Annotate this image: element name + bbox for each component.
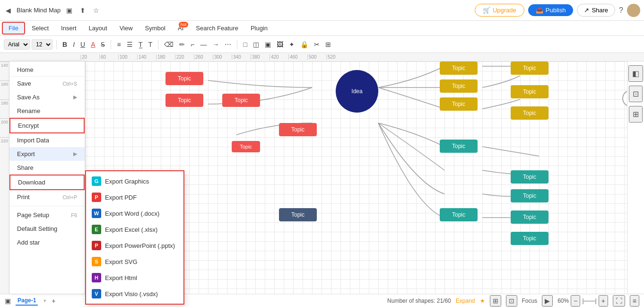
arrow-style-button[interactable]: → (210, 40, 221, 49)
font-size-select[interactable]: 12 (32, 39, 52, 50)
topic-red-4[interactable]: Topic (279, 123, 317, 136)
export-ppt[interactable]: P Export PowerPoint (.pptx) (86, 237, 183, 254)
menu-default-setting[interactable]: Default Setting (9, 222, 85, 236)
export-word[interactable]: W Export Word (.docx) (86, 205, 183, 221)
italic-button[interactable]: I (71, 40, 77, 49)
underline-button[interactable]: U (78, 40, 87, 49)
topic-yellow-6[interactable]: Topic (511, 106, 548, 120)
page-layout-icon[interactable]: ▣ (5, 297, 11, 305)
topic-red-2[interactable]: Topic (165, 94, 203, 107)
topic-red-1[interactable]: Topic (165, 72, 203, 85)
focus-icon[interactable]: ⊡ (506, 295, 517, 307)
align-justify-button[interactable]: ☰ (125, 40, 135, 49)
layer-icon[interactable]: ⊡ (629, 86, 643, 102)
menu-view[interactable]: View (114, 23, 139, 34)
eraser-button[interactable]: ⌫ (162, 40, 175, 49)
topic-yellow-5[interactable]: Topic (511, 85, 548, 98)
v-ruler-mark: 180 (0, 99, 9, 118)
topic-teal-2[interactable]: Topic (440, 208, 478, 221)
share-doc-icon[interactable]: ⬆ (78, 6, 87, 15)
topic-yellow-2[interactable]: Topic (440, 79, 478, 93)
dashes-button[interactable]: ⋯ (223, 40, 233, 49)
play-icon[interactable]: ▶ (542, 295, 553, 307)
menu-page-setup[interactable]: Page Setup F6 (9, 208, 85, 222)
topbar: ◀ Blank Mind Map ▣ ⬆ ☆ 🛒 Upgrade 📤 Publi… (0, 0, 644, 21)
topic-blue-1[interactable]: Topic (279, 208, 317, 221)
menu-encrypt[interactable]: Encrypt (9, 118, 85, 133)
menu-share[interactable]: Share (9, 161, 85, 175)
fullscreen-button[interactable]: ⛶ (613, 295, 625, 307)
bold-button[interactable]: B (61, 40, 69, 49)
menu-save-as[interactable]: Save As ▶ (9, 90, 85, 104)
menu-insert[interactable]: Insert (55, 23, 82, 34)
menu-search-feature[interactable]: Search Feature (190, 23, 244, 34)
pin-icon[interactable]: ▣ (64, 6, 74, 15)
menu-add-star[interactable]: Add star (9, 236, 85, 249)
menu-layout[interactable]: Layout (83, 23, 113, 34)
idea-node[interactable]: Idea (336, 70, 378, 113)
font-family-select[interactable]: Arial (4, 39, 30, 50)
add-page-button[interactable]: + (52, 297, 55, 305)
more-options-button[interactable]: ≡ (630, 295, 639, 307)
shape2-button[interactable]: ◫ (251, 40, 261, 49)
shape-button[interactable]: □ (241, 40, 249, 49)
avatar[interactable] (627, 4, 640, 17)
file-menu-home[interactable]: Home (9, 63, 85, 77)
export-svg[interactable]: S Export SVG (86, 254, 183, 270)
container-button[interactable]: ▣ (263, 40, 273, 49)
menu-export[interactable]: Export ▶ (9, 147, 85, 161)
menu-symbol[interactable]: Symbol (139, 23, 171, 34)
menu-file[interactable]: File ▶ (2, 22, 25, 35)
table-button[interactable]: ⊞ (323, 40, 333, 49)
zoom-in-button[interactable]: + (599, 295, 608, 307)
menu-rename[interactable]: Rename (9, 104, 85, 118)
topic-teal-r4[interactable]: Topic (511, 232, 548, 245)
export-visio[interactable]: V Export Visio (.vsdx) (86, 286, 183, 302)
topic-yellow-3[interactable]: Topic (440, 97, 478, 111)
publish-button[interactable]: 📤 Publish (528, 4, 574, 16)
topic-red-3[interactable]: Topic (222, 94, 260, 107)
font-color-button[interactable]: A (89, 40, 97, 49)
menu-ai[interactable]: AI hot (172, 23, 189, 34)
image-button[interactable]: 🖼 (275, 40, 285, 49)
export-excel[interactable]: E Export Excel (.xlsx) (86, 221, 183, 237)
menu-plugin[interactable]: Plugin (245, 23, 273, 34)
expand-button[interactable]: Expand (456, 298, 475, 304)
align-center-button[interactable]: ≡ (115, 40, 122, 49)
topic-teal-1[interactable]: Topic (440, 140, 478, 153)
menu-save[interactable]: Save Ctrl+S (9, 77, 85, 90)
page-tab-1[interactable]: Page-1 (16, 296, 38, 306)
export-html[interactable]: H Export Html (86, 270, 183, 286)
lock-button[interactable]: 🔒 (298, 40, 310, 49)
topic-teal-r1[interactable]: Topic (511, 170, 548, 184)
menu-print[interactable]: Print Ctrl+P (9, 190, 85, 204)
connector-button[interactable]: ⌐ (189, 40, 196, 49)
pen-button[interactable]: ✏ (177, 40, 187, 49)
menu-select[interactable]: Select (26, 23, 54, 34)
line-style-button[interactable]: — (198, 40, 209, 49)
topic-teal-r2[interactable]: Topic (511, 189, 548, 202)
export-graphics[interactable]: G Export Graphics (86, 173, 183, 189)
cut-button[interactable]: ✂ (312, 40, 322, 49)
text-button[interactable]: T (147, 40, 155, 49)
text-style-button[interactable]: T̲ (137, 40, 145, 49)
menu-download[interactable]: Download (9, 175, 85, 190)
topic-yellow-4[interactable]: Topic (511, 61, 548, 75)
export-pdf[interactable]: P Export PDF (86, 189, 183, 205)
menu-import-data[interactable]: Import Data (9, 133, 85, 147)
strikethrough-button[interactable]: S̶ (99, 40, 107, 49)
format-icon[interactable]: ◧ (628, 65, 643, 82)
share-button[interactable]: ↗ Share (577, 4, 615, 17)
topic-teal-r3[interactable]: Topic (511, 211, 548, 224)
zoom-out-button[interactable]: − (571, 295, 580, 307)
layers-icon[interactable]: ⊞ (490, 295, 501, 307)
grid-icon[interactable]: ⊞ (629, 106, 643, 123)
help-button[interactable]: ? (619, 6, 623, 15)
magic-button[interactable]: ✦ (287, 40, 296, 49)
upgrade-button[interactable]: 🛒 Upgrade (475, 4, 524, 17)
default-setting-label: Default Setting (17, 225, 57, 232)
star-icon[interactable]: ☆ (91, 6, 101, 15)
topic-red-5[interactable]: Topic (232, 141, 260, 152)
topic-yellow-1[interactable]: Topic (440, 61, 478, 75)
back-button[interactable]: ◀ (4, 6, 13, 15)
